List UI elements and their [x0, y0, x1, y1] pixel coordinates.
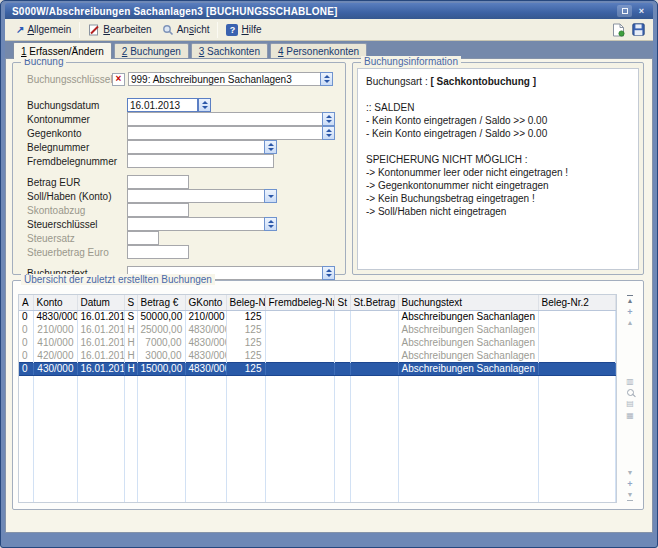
table-cell: 16.01.2013: [77, 362, 124, 375]
table-cell: 410/000: [33, 336, 77, 349]
kontonummer-combo[interactable]: [127, 112, 335, 126]
table-cell: [538, 362, 616, 375]
table-cell: Abschreibungen Sachanlagen: [398, 362, 538, 375]
steuersatz-field[interactable]: [127, 231, 159, 245]
titlebar: S000W/Abschreibungen Sachanlagen3 [BUCHU…: [5, 3, 653, 19]
soll-haben-label: Soll/Haben (Konto): [27, 191, 127, 202]
menu-hilfe[interactable]: ? Hilfe: [221, 21, 266, 39]
fremdbelegnummer-row: Fremdbelegnummer: [27, 154, 335, 168]
search-icon[interactable]: [627, 389, 634, 396]
table-cell: [334, 362, 350, 375]
table-row[interactable]: 0410/00016.01.2013H7000,004830/000125Abs…: [19, 336, 616, 349]
spinner-buttons[interactable]: [322, 266, 335, 280]
uebersicht-group-title: Übersicht der zuletzt erstellten Buchung…: [21, 274, 215, 285]
table-cell: 210/000: [185, 310, 226, 323]
insert-row-above-icon[interactable]: +: [627, 308, 632, 316]
table-cell: 125: [226, 323, 265, 336]
belegnummer-combo[interactable]: [127, 140, 190, 154]
belegnummer-field[interactable]: [127, 140, 264, 154]
menu-bearbeiten[interactable]: Bearbeiten: [83, 21, 156, 39]
table-cell: 16.01.2013: [77, 336, 124, 349]
spinner-buttons[interactable]: [322, 112, 335, 126]
table-cell: [334, 349, 350, 362]
table-cell: [350, 310, 398, 323]
table-cell: Abschreibungen Sachanlagen: [398, 349, 538, 362]
gegenkonto-combo[interactable]: [127, 126, 335, 140]
betrag-row: Betrag EUR: [27, 175, 335, 189]
skontoabzug-label: Skontoabzug: [27, 205, 127, 216]
column-header[interactable]: Buchungstext: [398, 295, 538, 310]
column-header[interactable]: St.Betrag €: [350, 295, 398, 310]
buchungen-table: A Konto Datum S Betrag € GKonto Beleg-Nr…: [18, 294, 617, 503]
tab-buchungen[interactable]: 2 Buchungen: [114, 43, 189, 58]
menu-allgemein[interactable]: ↗ Allgemein: [11, 21, 76, 39]
save-button[interactable]: [629, 21, 647, 39]
buchungsschluessel-combo[interactable]: 999: Abschreibungen Sachanlagen3: [128, 72, 333, 86]
move-row-down-icon[interactable]: ▼: [627, 469, 634, 477]
menubar: ↗ Allgemein Bearbeiten Ansicht ? Hilfe: [5, 19, 653, 41]
spinner-buttons[interactable]: [264, 140, 277, 154]
spinner-buttons[interactable]: [264, 217, 277, 231]
table-cell: [538, 323, 616, 336]
table-row[interactable]: 0420/00016.01.2013H3000,004830/000125Abs…: [19, 349, 616, 362]
clear-key-button[interactable]: ×: [112, 73, 125, 86]
soll-haben-combo[interactable]: [127, 189, 189, 203]
spinner-buttons[interactable]: [322, 126, 335, 140]
soll-haben-field[interactable]: [127, 189, 264, 203]
table-cell: S: [124, 310, 137, 323]
goto-last-row-icon[interactable]: ▼: [627, 491, 634, 501]
column-header[interactable]: Beleg-Nr.2: [538, 295, 616, 310]
move-row-up-icon[interactable]: ▲: [627, 319, 634, 327]
table-cell: H: [124, 336, 137, 349]
menu-ansicht[interactable]: Ansicht: [157, 21, 215, 39]
tab-sachkonten[interactable]: 3 Sachkonten: [191, 43, 268, 58]
steuerschluessel-row: Steuerschlüssel: [27, 217, 335, 231]
table-cell: [265, 310, 334, 323]
goto-first-row-icon[interactable]: ▲: [627, 295, 634, 305]
gegenkonto-field[interactable]: [127, 126, 322, 140]
kontonummer-field[interactable]: [127, 112, 322, 126]
restore-button[interactable]: [617, 5, 632, 17]
table-cell: [265, 349, 334, 362]
column-header[interactable]: GKonto: [185, 295, 226, 310]
spinner-buttons[interactable]: [320, 72, 333, 86]
soll-haben-row: Soll/Haben (Konto): [27, 189, 335, 203]
column-header[interactable]: St: [334, 295, 350, 310]
table-row[interactable]: 0430/00016.01.2013H15000,004830/000125Ab…: [19, 362, 616, 375]
steuersatz-label: Steuersatz: [27, 233, 127, 244]
tab-personenkonten[interactable]: 4 Personenkonten: [270, 43, 367, 58]
column-header[interactable]: Konto: [33, 295, 77, 310]
dropdown-arrow-button[interactable]: [264, 189, 277, 203]
steuerschluessel-combo[interactable]: [127, 217, 190, 231]
column-header[interactable]: A: [19, 295, 33, 310]
edit-page-icon: [88, 24, 100, 36]
skontoabzug-field[interactable]: [127, 203, 189, 217]
buchungsschluessel-value[interactable]: 999: Abschreibungen Sachanlagen3: [128, 72, 320, 86]
betrag-field[interactable]: [127, 175, 189, 189]
table-cell: 430/000: [33, 362, 77, 375]
table-cell: 0: [19, 336, 33, 349]
column-header[interactable]: S: [124, 295, 137, 310]
tab-erfassen-aendern[interactable]: 1 Erfassen/Ändern: [13, 42, 112, 59]
table-cell: [350, 349, 398, 362]
spinner-buttons[interactable]: [198, 98, 211, 112]
tab-strip: 1 Erfassen/Ändern 2 Buchungen 3 Sachkont…: [5, 41, 653, 58]
steuerschluessel-field[interactable]: [127, 217, 264, 231]
columns-icon[interactable]: ▥: [626, 377, 634, 386]
column-header[interactable]: Fremdbeleg-Nr.: [265, 295, 334, 310]
insert-row-below-icon[interactable]: +: [627, 480, 632, 488]
steuerbetrag-field[interactable]: [127, 245, 189, 259]
close-button[interactable]: ×: [634, 5, 649, 17]
table-cell: 4830/000: [33, 310, 77, 323]
column-header[interactable]: Betrag €: [137, 295, 185, 310]
column-header[interactable]: Datum: [77, 295, 124, 310]
summary-icon[interactable]: ▤: [626, 399, 634, 408]
filter-icon[interactable]: ▦: [626, 411, 634, 420]
table-row[interactable]: 04830/00016.01.2013S50000,00210/000125Ab…: [19, 310, 616, 323]
menu-allgemein-label: Allgemein: [27, 24, 71, 35]
column-header[interactable]: Beleg-Nr.: [226, 295, 265, 310]
buchungsdatum-field[interactable]: [127, 98, 198, 112]
fremdbelegnummer-field[interactable]: [127, 154, 274, 168]
new-template-button[interactable]: [609, 21, 627, 39]
table-row[interactable]: 0210/00016.01.2013H25000,004830/000125Ab…: [19, 323, 616, 336]
